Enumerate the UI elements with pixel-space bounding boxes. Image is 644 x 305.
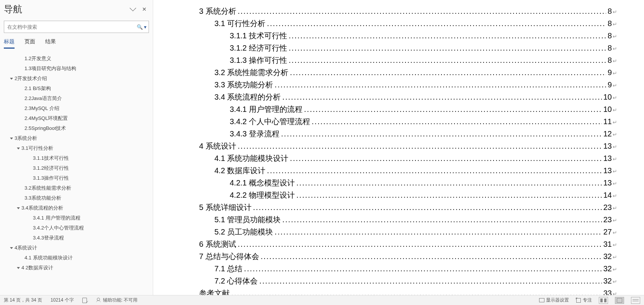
outline-label: 3.4.2个人中心管理流程 bbox=[33, 223, 84, 233]
search-dropdown-icon[interactable]: ▾ bbox=[144, 24, 147, 30]
toc-text: 3.4.3 登录流程 bbox=[230, 128, 280, 139]
toc-entry[interactable]: 3.4.1 用户管理的流程...........................… bbox=[199, 103, 617, 116]
toc-text: 4.2.2 物理模型设计 bbox=[230, 189, 295, 201]
outline-item[interactable]: 3.4.2个人中心管理流程 bbox=[4, 223, 149, 233]
toc-entry[interactable]: 3.1.2 经济可行性 ............................… bbox=[199, 42, 617, 54]
outline-item[interactable]: 3.1.2经济可行性 bbox=[4, 163, 149, 173]
toc-entry[interactable]: 3.3 系统功能分析 .............................… bbox=[199, 79, 617, 91]
web-layout-button[interactable] bbox=[631, 297, 640, 304]
paragraph-mark-icon: ↵ bbox=[613, 18, 617, 30]
word-count[interactable]: 10214 个字 bbox=[51, 297, 74, 303]
read-mode-button[interactable] bbox=[599, 297, 608, 304]
toc-page-number: 23 bbox=[603, 214, 612, 225]
focus-mode[interactable]: 专注 bbox=[576, 297, 592, 303]
outline-item[interactable]: 1.3项目研究内容与结构 bbox=[4, 64, 149, 74]
outline-item[interactable]: 3.2系统性能需求分析 bbox=[4, 183, 149, 193]
search-icon[interactable]: 🔍 bbox=[137, 24, 143, 30]
tab-headings[interactable]: 标题 bbox=[4, 38, 15, 49]
document-area[interactable]: 3 系统分析 .................................… bbox=[153, 0, 644, 305]
paragraph-mark-icon: ↵ bbox=[613, 116, 617, 128]
toc-entry[interactable]: 4.2.1 概念模型设计 ...........................… bbox=[199, 177, 617, 189]
caret-icon bbox=[9, 138, 14, 139]
search-input[interactable] bbox=[4, 21, 149, 33]
tab-results[interactable]: 结果 bbox=[45, 38, 56, 49]
accessibility-status[interactable]: 辅助功能: 不可用 bbox=[96, 297, 138, 303]
tab-pages[interactable]: 页面 bbox=[25, 38, 35, 49]
toc-entry[interactable]: 4.1 系统功能模块设计 ...........................… bbox=[199, 152, 617, 165]
toc-leader: ........................................… bbox=[267, 18, 606, 29]
toc-entry[interactable]: 3.1 可行性分析...............................… bbox=[199, 18, 617, 30]
toc-page-number: 32 bbox=[603, 251, 612, 262]
navigation-pane: 导航 ✕ 🔍 ▾ 标题 页面 结果 1.2开发意义1.3项目研究内容与结构2开发… bbox=[0, 0, 153, 305]
toc-leader: ........................................… bbox=[289, 42, 606, 54]
toc-entry[interactable]: 7 总结与心得体会 ..............................… bbox=[199, 251, 617, 263]
outline-label: 2开发技术介绍 bbox=[15, 74, 47, 84]
outline-item[interactable]: 2开发技术介绍 bbox=[4, 74, 149, 84]
spellcheck-button[interactable] bbox=[82, 298, 88, 303]
outline-label: 4系统设计 bbox=[15, 243, 37, 253]
toc-leader: ........................................… bbox=[259, 275, 602, 287]
toc-entry[interactable]: 4 系统设计 .................................… bbox=[199, 140, 617, 152]
outline-item[interactable]: 4.1 系统功能模块设计 bbox=[4, 253, 149, 263]
paragraph-mark-icon: ↵ bbox=[613, 276, 617, 287]
paragraph-mark-icon: ↵ bbox=[613, 67, 617, 79]
outline-item[interactable]: 3系统分析 bbox=[4, 133, 149, 143]
toc-entry[interactable]: 3.4.3 登录流程..............................… bbox=[199, 128, 617, 140]
toc-entry[interactable]: 3.1.3 操作可行性 ............................… bbox=[199, 54, 617, 67]
outline-item[interactable]: 2.3MySQL 介绍 bbox=[4, 103, 149, 113]
toc-page-number: 14 bbox=[603, 189, 612, 201]
toc-entry[interactable]: 5 系统详细设计 ...............................… bbox=[199, 202, 617, 214]
outline-item[interactable]: 4 2数据库设计 bbox=[4, 263, 149, 273]
toc-entry[interactable]: 5.2 员工功能模块..............................… bbox=[199, 226, 617, 238]
toc-leader: ........................................… bbox=[296, 177, 602, 189]
collapse-button[interactable] bbox=[130, 6, 134, 12]
close-button[interactable]: ✕ bbox=[142, 6, 147, 12]
outline-item[interactable]: 3.1可行性分析 bbox=[4, 143, 149, 153]
toc-leader: ........................................… bbox=[238, 238, 602, 250]
toc-leader: ........................................… bbox=[312, 116, 602, 127]
outline-item[interactable]: 3.1.3操作可行性 bbox=[4, 173, 149, 183]
toc-entry[interactable]: 3.4 系统流程的分析 ............................… bbox=[199, 91, 617, 103]
toc-leader: ........................................… bbox=[244, 263, 602, 274]
outline-item[interactable]: 3.4.3登录流程 bbox=[4, 233, 149, 243]
outline-label: 2.1 B/S架构 bbox=[25, 84, 51, 93]
outline-item[interactable]: 3.4系统流程的分析 bbox=[4, 203, 149, 213]
toc-entry[interactable]: 5.1 管理员功能模块 ............................… bbox=[199, 214, 617, 226]
toc-page-number: 9 bbox=[608, 67, 612, 78]
outline-item[interactable]: 1.2开发意义 bbox=[4, 54, 149, 64]
paragraph-mark-icon: ↵ bbox=[613, 166, 617, 177]
toc-entry[interactable]: 3.2 系统性能需求分析 ...........................… bbox=[199, 67, 617, 79]
toc-entry[interactable]: 7.2 心得体会 ...............................… bbox=[199, 275, 617, 287]
toc-entry[interactable]: 4.2.2 物理模型设计 ...........................… bbox=[199, 189, 617, 202]
toc-entry[interactable]: 4.2 数据库设计 ..............................… bbox=[199, 165, 617, 177]
page-indicator[interactable]: 第 14 页，共 34 页 bbox=[4, 297, 42, 303]
outline-label: 3.1可行性分析 bbox=[21, 143, 53, 153]
toc-entry[interactable]: 3 系统分析 .................................… bbox=[199, 5, 617, 18]
toc-text: 3 系统分析 bbox=[199, 5, 236, 17]
toc-page-number: 27 bbox=[603, 226, 612, 238]
print-layout-button[interactable] bbox=[615, 297, 624, 304]
nav-tabs: 标题 页面 结果 bbox=[4, 38, 149, 49]
nav-title: 导航 bbox=[4, 3, 22, 15]
toc-entry[interactable]: 3.4.2 个人中心管理流程..........................… bbox=[199, 116, 617, 128]
paragraph-mark-icon: ↵ bbox=[613, 6, 617, 18]
outline-item[interactable]: 3.1.1技术可行性 bbox=[4, 153, 149, 163]
toc-page-number: 8 bbox=[608, 18, 612, 29]
toc-text: 3.2 系统性能需求分析 bbox=[214, 67, 288, 78]
outline-item[interactable]: 2.1 B/S架构 bbox=[4, 84, 149, 93]
outline-item[interactable]: 2.2Java语言简介 bbox=[4, 93, 149, 103]
toc-page-number: 8 bbox=[608, 30, 612, 41]
toc-entry[interactable]: 7.1 总结 .................................… bbox=[199, 263, 617, 275]
toc-leader: ........................................… bbox=[304, 103, 602, 115]
outline-item[interactable]: 3.3系统功能分析 bbox=[4, 193, 149, 203]
outline-item[interactable]: 2.4MySQL环境配置 bbox=[4, 113, 149, 123]
toc-page-number: 13 bbox=[603, 152, 612, 164]
outline-item[interactable]: 3.4.1 用户管理的流程 bbox=[4, 213, 149, 223]
toc-entry[interactable]: 6 系统测试 .................................… bbox=[199, 238, 617, 251]
toc-page-number: 13 bbox=[603, 177, 612, 189]
display-settings[interactable]: 显示器设置 bbox=[539, 297, 569, 303]
toc-entry[interactable]: 3.1.1 技术可行性 ............................… bbox=[199, 30, 617, 42]
toc-page-number: 8 bbox=[608, 54, 612, 66]
outline-item[interactable]: 4系统设计 bbox=[4, 243, 149, 253]
outline-item[interactable]: 2.5SpringBoot技术 bbox=[4, 123, 149, 133]
